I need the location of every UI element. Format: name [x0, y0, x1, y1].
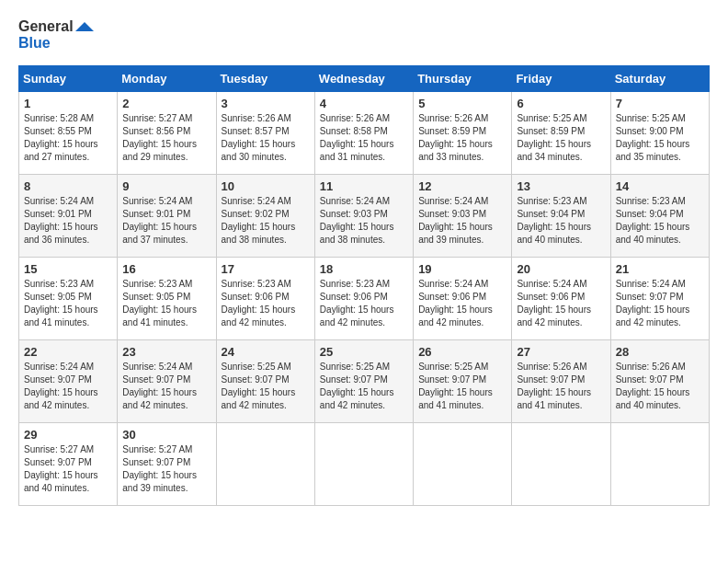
day-number: 7: [616, 97, 704, 110]
calendar-cell: 3 Sunrise: 5:26 AM Sunset: 8:57 PM Dayli…: [216, 92, 314, 175]
logo-container: General Blue: [18, 18, 94, 51]
logo-general-text: General: [18, 18, 74, 35]
calendar-cell: [610, 423, 709, 506]
day-number: 24: [222, 345, 310, 359]
calendar-cell: 21 Sunrise: 5:24 AM Sunset: 9:07 PM Dayl…: [610, 258, 709, 340]
column-header-sunday: Sunday: [19, 66, 118, 92]
day-number: 27: [517, 345, 605, 359]
day-number: 8: [24, 179, 112, 193]
day-number: 1: [24, 97, 112, 110]
day-number: 4: [320, 97, 408, 110]
day-number: 19: [418, 262, 506, 276]
calendar-cell: 30 Sunrise: 5:27 AM Sunset: 9:07 PM Dayl…: [118, 423, 216, 506]
day-number: 6: [517, 97, 605, 110]
day-number: 25: [320, 345, 408, 359]
calendar-cell: 10 Sunrise: 5:24 AM Sunset: 9:02 PM Dayl…: [216, 175, 314, 258]
calendar-cell: [512, 423, 610, 506]
day-number: 9: [122, 179, 210, 193]
calendar-header-row: SundayMondayTuesdayWednesdayThursdayFrid…: [19, 66, 710, 92]
calendar-table: SundayMondayTuesdayWednesdayThursdayFrid…: [18, 65, 710, 506]
logo-arrow-icon: [75, 22, 94, 40]
calendar-cell: 14 Sunrise: 5:23 AM Sunset: 9:04 PM Dayl…: [610, 175, 709, 258]
day-content: Sunrise: 5:24 AM Sunset: 9:06 PM Dayligh…: [517, 278, 605, 329]
column-header-friday: Friday: [512, 66, 610, 92]
week-row-3: 15 Sunrise: 5:23 AM Sunset: 9:05 PM Dayl…: [19, 258, 710, 340]
calendar-cell: 24 Sunrise: 5:25 AM Sunset: 9:07 PM Dayl…: [216, 340, 314, 423]
day-content: Sunrise: 5:24 AM Sunset: 9:07 PM Dayligh…: [616, 278, 704, 329]
calendar-cell: 19 Sunrise: 5:24 AM Sunset: 9:06 PM Dayl…: [414, 258, 512, 340]
day-content: Sunrise: 5:23 AM Sunset: 9:05 PM Dayligh…: [122, 278, 210, 329]
day-content: Sunrise: 5:23 AM Sunset: 9:04 PM Dayligh…: [616, 195, 704, 247]
calendar-cell: 15 Sunrise: 5:23 AM Sunset: 9:05 PM Dayl…: [19, 258, 118, 340]
calendar-cell: 7 Sunrise: 5:25 AM Sunset: 9:00 PM Dayli…: [610, 92, 709, 175]
column-header-monday: Monday: [118, 66, 216, 92]
day-number: 22: [24, 345, 112, 359]
day-content: Sunrise: 5:25 AM Sunset: 9:07 PM Dayligh…: [320, 361, 408, 412]
week-row-2: 8 Sunrise: 5:24 AM Sunset: 9:01 PM Dayli…: [19, 175, 710, 258]
calendar-cell: 16 Sunrise: 5:23 AM Sunset: 9:05 PM Dayl…: [118, 258, 216, 340]
day-number: 28: [616, 345, 704, 359]
day-content: Sunrise: 5:24 AM Sunset: 9:07 PM Dayligh…: [24, 361, 112, 412]
column-header-thursday: Thursday: [414, 66, 512, 92]
calendar-cell: 26 Sunrise: 5:25 AM Sunset: 9:07 PM Dayl…: [414, 340, 512, 423]
day-content: Sunrise: 5:28 AM Sunset: 8:55 PM Dayligh…: [24, 112, 112, 164]
calendar-cell: 2 Sunrise: 5:27 AM Sunset: 8:56 PM Dayli…: [118, 92, 216, 175]
calendar-cell: 22 Sunrise: 5:24 AM Sunset: 9:07 PM Dayl…: [19, 340, 118, 423]
day-number: 12: [418, 179, 506, 193]
day-number: 3: [222, 97, 310, 110]
day-content: Sunrise: 5:23 AM Sunset: 9:05 PM Dayligh…: [24, 278, 112, 329]
column-header-wednesday: Wednesday: [314, 66, 413, 92]
column-header-tuesday: Tuesday: [216, 66, 314, 92]
day-number: 26: [418, 345, 506, 359]
calendar-cell: [414, 423, 512, 506]
day-content: Sunrise: 5:26 AM Sunset: 8:57 PM Dayligh…: [222, 112, 310, 164]
week-row-5: 29 Sunrise: 5:27 AM Sunset: 9:07 PM Dayl…: [19, 423, 710, 506]
day-content: Sunrise: 5:24 AM Sunset: 9:03 PM Dayligh…: [320, 195, 408, 247]
logo: General Blue: [18, 18, 94, 51]
day-content: Sunrise: 5:24 AM Sunset: 9:01 PM Dayligh…: [24, 195, 112, 247]
day-content: Sunrise: 5:27 AM Sunset: 9:07 PM Dayligh…: [122, 443, 210, 495]
day-number: 13: [517, 179, 605, 193]
calendar-cell: 13 Sunrise: 5:23 AM Sunset: 9:04 PM Dayl…: [512, 175, 610, 258]
day-content: Sunrise: 5:26 AM Sunset: 9:07 PM Dayligh…: [517, 361, 605, 412]
day-content: Sunrise: 5:23 AM Sunset: 9:06 PM Dayligh…: [320, 278, 408, 329]
day-number: 29: [24, 428, 112, 442]
day-content: Sunrise: 5:24 AM Sunset: 9:01 PM Dayligh…: [122, 195, 210, 247]
day-content: Sunrise: 5:25 AM Sunset: 9:07 PM Dayligh…: [418, 361, 506, 412]
day-number: 10: [222, 179, 310, 193]
calendar-cell: 23 Sunrise: 5:24 AM Sunset: 9:07 PM Dayl…: [118, 340, 216, 423]
calendar-cell: [216, 423, 314, 506]
svg-marker-0: [75, 22, 94, 31]
day-content: Sunrise: 5:26 AM Sunset: 9:07 PM Dayligh…: [616, 361, 704, 412]
calendar-cell: [314, 423, 413, 506]
day-number: 16: [122, 262, 210, 276]
day-number: 15: [24, 262, 112, 276]
day-number: 11: [320, 179, 408, 193]
day-content: Sunrise: 5:26 AM Sunset: 8:58 PM Dayligh…: [320, 112, 408, 164]
calendar-cell: 4 Sunrise: 5:26 AM Sunset: 8:58 PM Dayli…: [314, 92, 413, 175]
day-content: Sunrise: 5:27 AM Sunset: 8:56 PM Dayligh…: [122, 112, 210, 164]
day-content: Sunrise: 5:25 AM Sunset: 9:07 PM Dayligh…: [222, 361, 310, 412]
day-content: Sunrise: 5:26 AM Sunset: 8:59 PM Dayligh…: [418, 112, 506, 164]
calendar-cell: 18 Sunrise: 5:23 AM Sunset: 9:06 PM Dayl…: [314, 258, 413, 340]
calendar-cell: 25 Sunrise: 5:25 AM Sunset: 9:07 PM Dayl…: [314, 340, 413, 423]
day-content: Sunrise: 5:23 AM Sunset: 9:04 PM Dayligh…: [517, 195, 605, 247]
day-content: Sunrise: 5:27 AM Sunset: 9:07 PM Dayligh…: [24, 443, 112, 495]
calendar-cell: 28 Sunrise: 5:26 AM Sunset: 9:07 PM Dayl…: [610, 340, 709, 423]
calendar-cell: 17 Sunrise: 5:23 AM Sunset: 9:06 PM Dayl…: [216, 258, 314, 340]
day-content: Sunrise: 5:25 AM Sunset: 8:59 PM Dayligh…: [517, 112, 605, 164]
day-number: 20: [517, 262, 605, 276]
calendar-cell: 5 Sunrise: 5:26 AM Sunset: 8:59 PM Dayli…: [414, 92, 512, 175]
calendar-cell: 8 Sunrise: 5:24 AM Sunset: 9:01 PM Dayli…: [19, 175, 118, 258]
calendar-cell: 11 Sunrise: 5:24 AM Sunset: 9:03 PM Dayl…: [314, 175, 413, 258]
week-row-1: 1 Sunrise: 5:28 AM Sunset: 8:55 PM Dayli…: [19, 92, 710, 175]
day-content: Sunrise: 5:24 AM Sunset: 9:02 PM Dayligh…: [222, 195, 310, 247]
calendar-cell: 12 Sunrise: 5:24 AM Sunset: 9:03 PM Dayl…: [414, 175, 512, 258]
column-header-saturday: Saturday: [610, 66, 709, 92]
calendar-cell: 9 Sunrise: 5:24 AM Sunset: 9:01 PM Dayli…: [118, 175, 216, 258]
day-number: 30: [122, 428, 210, 442]
day-number: 2: [122, 97, 210, 110]
day-content: Sunrise: 5:23 AM Sunset: 9:06 PM Dayligh…: [222, 278, 310, 329]
week-row-4: 22 Sunrise: 5:24 AM Sunset: 9:07 PM Dayl…: [19, 340, 710, 423]
calendar-cell: 29 Sunrise: 5:27 AM Sunset: 9:07 PM Dayl…: [19, 423, 118, 506]
